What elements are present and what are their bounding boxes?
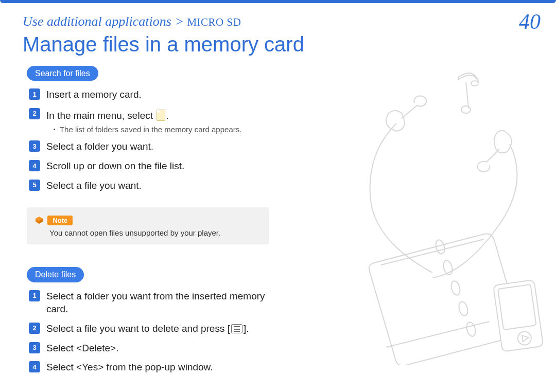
breadcrumb-separator: > (171, 14, 187, 29)
step-number-badge: 2 (29, 323, 40, 334)
note-label: Note (47, 216, 73, 225)
svg-point-7 (450, 280, 462, 296)
step-text: Select a file you want. (46, 179, 142, 192)
svg-point-3 (461, 106, 471, 113)
step-number-badge: 1 (29, 290, 40, 301)
step-text: Select <Delete>. (46, 342, 118, 355)
header-row: Use additional applications > MICRO SD 4… (23, 9, 541, 34)
svg-marker-13 (522, 334, 529, 342)
step-item: 1 Select a folder you want from the inse… (29, 290, 289, 316)
step-item: 2 Select a file you want to delete and p… (29, 322, 289, 335)
step-number-badge: 4 (29, 160, 40, 171)
step-subtext: The list of folders saved in the memory … (54, 125, 289, 134)
step-text-post: ]. (244, 323, 249, 334)
step-text: Select a folder you want. (46, 140, 153, 153)
step-number-badge: 3 (29, 140, 40, 152)
step-number-badge: 3 (29, 342, 40, 353)
section-pill: Delete files (27, 267, 84, 282)
svg-point-12 (517, 331, 532, 346)
step-item: 3 Select <Delete>. (29, 342, 289, 355)
svg-point-9 (465, 321, 477, 337)
breadcrumb-part1: Use additional applications (23, 14, 171, 29)
step-number-badge: 1 (29, 88, 40, 100)
svg-point-8 (458, 300, 470, 316)
step-item: 4 Select <Yes> from the pop-up window. (29, 361, 289, 374)
step-number-badge: 5 (29, 180, 40, 191)
step-text: Select a folder you want from the insert… (46, 290, 289, 316)
step-number-badge: 2 (29, 108, 40, 119)
step-text: In the main menu, select . (46, 108, 169, 122)
microsd-icon (157, 110, 165, 121)
step-item: 4 Scroll up or down on the file list. (29, 159, 289, 173)
section-delete-files: Delete files 1 Select a folder you want … (27, 267, 289, 373)
page-title: Manage files in a memory card (23, 33, 304, 56)
top-bar (0, 0, 556, 3)
step-text: Scroll up or down on the file list. (46, 159, 184, 173)
step-list: 1 Insert a memory card. 2 In the main me… (29, 88, 289, 192)
step-item: 1 Insert a memory card. (29, 88, 289, 101)
note-cube-icon (35, 216, 43, 224)
step-item: 3 Select a folder you want. (29, 140, 289, 153)
page-number: 40 (519, 9, 541, 34)
svg-rect-10 (493, 280, 543, 352)
svg-rect-11 (498, 284, 536, 330)
step-text: Insert a memory card. (46, 88, 142, 101)
decorative-illustration (340, 62, 551, 365)
step-item: 2 In the main menu, select . (29, 108, 289, 122)
step-item: 5 Select a file you want. (29, 179, 289, 192)
step-text: Select a file you want to delete and pre… (46, 322, 249, 335)
breadcrumb: Use additional applications > MICRO SD (23, 14, 241, 29)
menu-icon (231, 324, 242, 333)
svg-point-5 (435, 239, 446, 255)
section-search-for-files: Search for files 1 Insert a memory card.… (27, 66, 289, 244)
note-text: You cannot open files unsupported by you… (49, 228, 260, 237)
svg-point-6 (442, 259, 454, 275)
content-column: Search for files 1 Insert a memory card.… (27, 66, 289, 380)
breadcrumb-part2: MICRO SD (187, 16, 241, 28)
step-text-pre: In the main menu, select (46, 110, 155, 121)
step-number-badge: 4 (29, 361, 40, 372)
section-pill: Search for files (27, 66, 98, 81)
svg-point-4 (471, 81, 478, 86)
step-text-post: . (166, 110, 168, 121)
note-box: Note You cannot open files unsupported b… (27, 207, 269, 244)
step-list: 1 Select a folder you want from the inse… (29, 290, 289, 374)
step-text-pre: Select a file you want to delete and pre… (46, 323, 230, 334)
step-text: Select <Yes> from the pop-up window. (46, 361, 213, 374)
